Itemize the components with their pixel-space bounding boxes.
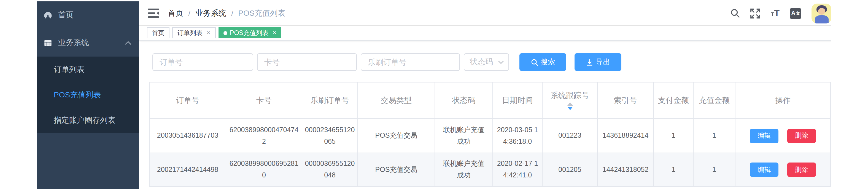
- table-row: 2002171442414498 6200389980006952810 000…: [149, 153, 831, 187]
- language-icon[interactable]: A文: [790, 8, 801, 19]
- col-header-recharge-amount: 充值金额: [693, 82, 735, 119]
- cell-pay-amount: 1: [654, 153, 693, 187]
- avatar-face: [818, 8, 825, 15]
- cell-system-trace-no: 001205: [542, 153, 597, 187]
- cell-order-no: 2003051436187703: [149, 119, 226, 153]
- download-icon: [586, 58, 593, 66]
- grid-icon: [43, 38, 53, 48]
- cell-index-no: 144241318052: [597, 153, 654, 187]
- sidebar-toggle-icon[interactable]: [148, 8, 159, 18]
- cell-card-no: 6200389980006952810: [226, 153, 302, 187]
- cell-datetime: 2020-03-05 14:36:18.0: [493, 119, 542, 153]
- col-header-order-no: 订单号: [149, 82, 226, 119]
- dashboard-icon: [43, 10, 53, 20]
- avatar-body: [815, 15, 829, 23]
- avatar[interactable]: [811, 3, 831, 23]
- cell-card-no: 6200389980004704742: [226, 119, 302, 153]
- cell-pay-amount: 1: [654, 119, 693, 153]
- cell-actions: 编辑 删除: [735, 153, 831, 187]
- sort-carets: [567, 102, 572, 110]
- sidebar: 首页 业务系统 订单列表 POS充值列表 指定账户圈存列表: [37, 1, 139, 189]
- cell-system-trace-no: 001223: [542, 119, 597, 153]
- cell-recharge-amount: 1: [693, 153, 735, 187]
- cell-index-no: 143618892414: [597, 119, 654, 153]
- active-dot: [223, 31, 227, 35]
- close-icon[interactable]: ✕: [207, 30, 211, 35]
- table-header-row: 订单号 卡号 乐刷订单号 交易类型 状态码 日期时间 系统跟踪号: [149, 82, 831, 119]
- close-icon[interactable]: ✕: [273, 30, 277, 35]
- sidebar-item-designated-account-list[interactable]: 指定账户圈存列表: [37, 107, 139, 133]
- tag-label: POS充值列表: [230, 29, 269, 37]
- card-no-input[interactable]: [257, 53, 357, 71]
- tag-label: 订单列表: [177, 29, 203, 37]
- navbar-actions: TT A文: [730, 3, 831, 23]
- export-button[interactable]: 导出: [575, 53, 621, 71]
- cell-transaction-type: POS充值交易: [358, 119, 435, 153]
- fontsize-small-glyph: T: [771, 11, 774, 17]
- sidebar-item-home[interactable]: 首页: [37, 1, 139, 29]
- edit-button[interactable]: 编辑: [750, 163, 779, 177]
- cell-actions: 编辑 删除: [735, 119, 831, 153]
- sort-ascending-icon[interactable]: [567, 102, 572, 106]
- tag-label: 首页: [152, 29, 164, 37]
- cell-status-code: 联机账户充值成功: [435, 153, 493, 187]
- sidebar-item-order-list[interactable]: 订单列表: [37, 57, 139, 82]
- fontsize-icon[interactable]: TT: [771, 9, 779, 18]
- col-header-status-code: 状态码: [435, 82, 493, 119]
- cell-leshua-order-no: 0000234655120065: [302, 119, 358, 153]
- table-row: 2003051436187703 6200389980004704742 000…: [149, 119, 831, 153]
- col-header-datetime: 日期时间: [493, 82, 542, 119]
- col-header-index-no: 索引号: [597, 82, 654, 119]
- fontsize-large-glyph: T: [774, 8, 779, 18]
- status-select-placeholder: 状态码: [470, 57, 493, 67]
- edit-button[interactable]: 编辑: [750, 129, 779, 143]
- navbar: 首页 / 业务系统 / POS充值列表: [139, 1, 831, 26]
- tag-order-list[interactable]: 订单列表 ✕: [172, 27, 216, 38]
- sidebar-submenu: 订单列表 POS充值列表 指定账户圈存列表: [37, 57, 139, 133]
- cell-recharge-amount: 1: [693, 119, 735, 153]
- delete-button[interactable]: 删除: [787, 129, 816, 143]
- tag-home[interactable]: 首页: [147, 27, 169, 38]
- cell-transaction-type: POS充值交易: [358, 153, 435, 187]
- col-header-actions: 操作: [735, 82, 831, 119]
- col-header-label: 系统跟踪号: [551, 91, 589, 101]
- order-no-input[interactable]: [152, 53, 253, 71]
- col-header-card-no: 卡号: [226, 82, 302, 119]
- main-area: 首页 / 业务系统 / POS充值列表: [139, 1, 831, 189]
- sidebar-item-pos-recharge-list[interactable]: POS充值列表: [37, 82, 139, 107]
- tag-pos-recharge-list[interactable]: POS充值列表 ✕: [218, 27, 282, 38]
- sidebar-item-business-system[interactable]: 业务系统: [37, 29, 139, 57]
- chevron-up-icon: [125, 41, 131, 45]
- cell-status-code: 联机账户充值成功: [435, 119, 493, 153]
- fullscreen-icon[interactable]: [750, 8, 760, 18]
- col-header-system-trace-no[interactable]: 系统跟踪号: [542, 82, 597, 119]
- col-header-pay-amount: 支付金额: [654, 82, 693, 119]
- cell-leshua-order-no: 0000036955120048: [302, 153, 358, 187]
- sort-descending-icon[interactable]: [567, 107, 572, 110]
- page-content: 状态码 搜索: [139, 40, 831, 189]
- admin-app: 首页 业务系统 订单列表 POS充值列表 指定账户圈存列表: [37, 1, 831, 189]
- language-glyph: A: [791, 10, 796, 16]
- breadcrumb-separator: /: [231, 9, 234, 18]
- status-code-select[interactable]: 状态码: [464, 53, 509, 71]
- cell-order-no: 2002171442414498: [149, 153, 226, 187]
- search-button[interactable]: 搜索: [520, 53, 566, 71]
- breadcrumb-current-page: POS充值列表: [238, 8, 285, 18]
- filter-bar: 状态码 搜索: [152, 53, 831, 71]
- delete-button[interactable]: 删除: [787, 163, 816, 177]
- search-button-label: 搜索: [540, 57, 555, 67]
- col-header-leshua-order-no: 乐刷订单号: [302, 82, 358, 119]
- breadcrumb-home[interactable]: 首页: [168, 8, 183, 18]
- cell-datetime: 2020-02-17 14:42:41.0: [493, 153, 542, 187]
- breadcrumb-separator: /: [188, 9, 190, 18]
- sidebar-item-label: 业务系统: [58, 38, 89, 48]
- language-sub-glyph: 文: [796, 11, 800, 15]
- search-icon[interactable]: [730, 8, 740, 18]
- leshua-order-no-input[interactable]: [361, 53, 460, 71]
- search-icon: [531, 58, 538, 66]
- col-header-transaction-type: 交易类型: [358, 82, 435, 119]
- sidebar-item-label: 首页: [58, 10, 73, 20]
- tags-view: 首页 订单列表 ✕ POS充值列表 ✕: [139, 26, 831, 40]
- breadcrumb-business-system[interactable]: 业务系统: [195, 8, 226, 18]
- chevron-down-icon: [498, 60, 504, 64]
